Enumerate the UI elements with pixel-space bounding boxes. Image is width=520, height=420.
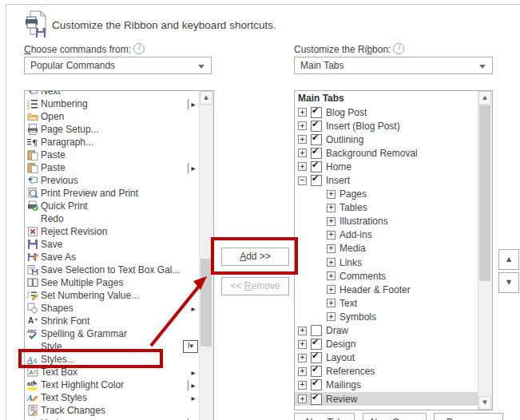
tab-checkbox[interactable] — [311, 366, 322, 377]
expand-icon[interactable] — [298, 394, 307, 403]
command-item[interactable]: Text Styles▸ — [25, 391, 200, 404]
command-item[interactable]: Undo▸ — [25, 417, 200, 420]
expand-icon[interactable] — [298, 149, 307, 157]
expand-icon[interactable] — [298, 340, 307, 349]
scrollbar-thumb[interactable] — [200, 259, 212, 347]
tree-group-item[interactable]: Symbols — [295, 310, 478, 323]
expand-icon[interactable] — [298, 121, 307, 130]
tree-tab-item[interactable]: Background Removal — [295, 146, 478, 160]
expand-icon[interactable] — [327, 312, 335, 321]
info-icon[interactable] — [133, 43, 145, 54]
tab-checkbox[interactable] — [311, 107, 322, 118]
tab-checkbox[interactable] — [311, 325, 322, 336]
tree-group-item[interactable]: Tables — [295, 201, 478, 215]
ribbon-target-dropdown[interactable]: Main Tabs — [294, 57, 493, 74]
expand-icon[interactable] — [298, 367, 307, 376]
expand-icon[interactable] — [327, 244, 335, 253]
command-item[interactable]: Previous — [25, 174, 200, 187]
command-item[interactable]: Print Preview and Print — [25, 187, 200, 200]
tree-group-item[interactable]: Header & Footer — [295, 283, 478, 296]
command-item[interactable]: Save Selection to Text Box Gal... — [25, 263, 200, 276]
tree-tab-item[interactable]: Mailings — [295, 378, 478, 392]
tree-tab-item[interactable]: Blog Post — [295, 105, 478, 119]
command-item[interactable]: Page Setup... — [25, 123, 200, 136]
tree-group-item[interactable]: Media — [295, 242, 478, 256]
info-icon[interactable] — [393, 43, 404, 54]
move-up-button[interactable]: ▲ — [498, 249, 519, 270]
rename-button[interactable]: Rename... — [434, 413, 503, 420]
expand-icon[interactable] — [327, 258, 335, 267]
tab-checkbox[interactable] — [311, 379, 322, 390]
expand-icon[interactable] — [298, 354, 307, 363]
tree-group-item[interactable]: Comments — [295, 269, 478, 283]
tab-checkbox[interactable] — [311, 148, 322, 159]
tree-tab-item[interactable]: Insert — [295, 173, 478, 187]
command-item[interactable]: Text Highlight Color▸ — [25, 378, 200, 391]
expand-icon[interactable] — [327, 190, 335, 199]
scroll-up-icon[interactable]: ▲ — [478, 91, 491, 105]
expand-icon[interactable] — [298, 108, 307, 117]
command-item[interactable]: Set Numbering Value... — [25, 289, 200, 302]
new-group-button[interactable]: New Group — [363, 413, 427, 420]
tree-tab-item[interactable]: References — [295, 365, 478, 378]
scroll-up-icon[interactable]: ▲ — [200, 91, 212, 105]
command-item[interactable]: Styles... — [25, 353, 200, 366]
tab-checkbox[interactable] — [311, 175, 322, 186]
command-item[interactable]: Paragraph... — [25, 136, 200, 149]
scrollbar-thumb[interactable] — [479, 105, 490, 281]
command-item[interactable]: See Multiple Pages — [25, 276, 200, 289]
remove-button[interactable]: << Remove — [221, 277, 289, 295]
add-button[interactable]: Add >> — [221, 248, 289, 266]
command-item[interactable]: Shapes▸ — [25, 302, 200, 315]
commands-list-scrollbar[interactable]: ▲ — [199, 91, 213, 420]
tab-checkbox[interactable] — [311, 121, 322, 132]
expand-icon[interactable] — [327, 204, 335, 212]
expand-icon[interactable] — [298, 381, 307, 390]
command-item[interactable]: Spelling & Grammar — [25, 327, 200, 340]
tree-tab-item[interactable]: Draw — [295, 324, 478, 338]
command-item[interactable]: Paste — [25, 149, 200, 161]
tab-checkbox[interactable] — [311, 339, 322, 350]
command-item[interactable]: Text Box▸ — [25, 366, 200, 378]
command-item[interactable]: Paste▸ — [25, 161, 200, 174]
command-item[interactable]: Save — [25, 238, 200, 251]
tree-tab-item[interactable]: Home — [295, 160, 478, 173]
tabs-tree-scrollbar[interactable]: ▲ ▼ — [478, 91, 492, 410]
command-item[interactable]: Shrink Font — [25, 315, 200, 327]
tab-checkbox[interactable] — [311, 394, 322, 405]
command-item[interactable]: Redo — [25, 212, 200, 225]
collapse-icon[interactable] — [298, 176, 307, 185]
expand-icon[interactable] — [327, 285, 335, 294]
expand-icon[interactable] — [327, 299, 335, 307]
expand-icon[interactable] — [327, 217, 335, 226]
expand-icon[interactable] — [298, 135, 307, 144]
tab-checkbox[interactable] — [311, 134, 322, 145]
command-item[interactable]: StyleI▾ — [25, 340, 200, 353]
tree-group-item[interactable]: Add-ins — [295, 228, 478, 242]
tab-checkbox[interactable] — [311, 161, 322, 172]
tree-tab-item[interactable]: Layout — [295, 351, 478, 365]
command-item[interactable]: Next — [25, 90, 200, 97]
move-down-button[interactable]: ▼ — [498, 272, 519, 293]
command-item[interactable]: Numbering▸ — [25, 97, 200, 110]
tree-group-item[interactable]: Illustrations — [295, 215, 478, 228]
expand-icon[interactable] — [298, 327, 307, 335]
tree-group-item[interactable]: Text — [295, 296, 478, 310]
tree-group-item[interactable]: Pages — [295, 188, 478, 201]
command-item[interactable]: Open — [25, 110, 200, 123]
tree-tab-item[interactable]: Review — [295, 392, 478, 406]
tree-tab-item[interactable]: Insert (Blog Post) — [295, 119, 478, 133]
command-item[interactable]: Save As — [25, 251, 200, 263]
tree-root-label[interactable]: Main Tabs — [295, 91, 478, 105]
new-tab-button[interactable]: New Tab — [294, 413, 355, 420]
tree-tab-item[interactable]: Outlining — [295, 133, 478, 146]
tree-tab-item[interactable]: Design — [295, 338, 478, 351]
command-item[interactable]: Track Changes — [25, 404, 200, 417]
expand-icon[interactable] — [298, 162, 307, 171]
expand-icon[interactable] — [327, 271, 335, 280]
tree-group-item[interactable]: Links — [295, 256, 478, 269]
scroll-down-icon[interactable]: ▼ — [478, 396, 491, 410]
commands-source-dropdown[interactable]: Popular Commands — [24, 57, 212, 74]
command-item[interactable]: Quick Print — [25, 200, 200, 212]
command-item[interactable]: Reject Revision — [25, 225, 200, 238]
